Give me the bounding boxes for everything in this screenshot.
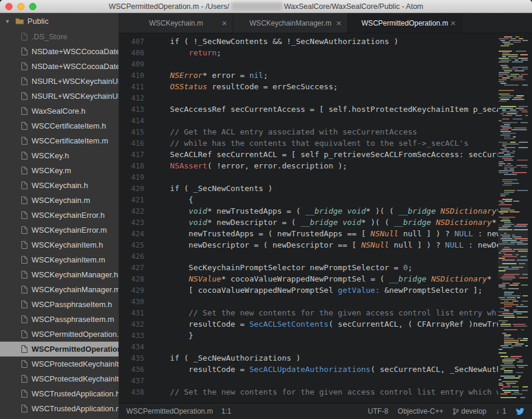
tree-file-item[interactable]: WSCCertificateItem.m bbox=[0, 133, 119, 148]
code-text: newDescriptor = ( newDescriptor == [ NSN… bbox=[144, 240, 501, 249]
code-line[interactable]: 413 SecAccessRef secCurrentAccess = [ se… bbox=[119, 104, 532, 115]
code-line[interactable]: 438 // Set the new contents for the give… bbox=[119, 386, 532, 398]
editor-tab[interactable]: WSCKeychainManager.m× bbox=[234, 13, 348, 33]
line-number: 432 bbox=[119, 319, 144, 330]
status-grammar[interactable]: Objective-C++ bbox=[398, 407, 444, 415]
tree-file-item[interactable]: NSDate+WSCCocoaDate.m bbox=[0, 59, 119, 74]
line-number: 423 bbox=[119, 217, 144, 229]
code-line[interactable]: 433 } bbox=[119, 330, 532, 341]
file-name: WSCKeychainItem.h bbox=[32, 240, 103, 249]
code-line[interactable]: 424 newTrustedApps = ( newTrustedApps ==… bbox=[119, 228, 532, 239]
tree-file-item[interactable]: WSCKeychainItem.h bbox=[0, 237, 119, 252]
file-name: WSCPermittedOperation.h bbox=[32, 330, 119, 339]
code-line[interactable]: 437 bbox=[119, 375, 532, 386]
tree-file-item[interactable]: WaxSealCore.h bbox=[0, 104, 119, 118]
tree-file-item[interactable]: NSURL+WSCKeychainURL.m bbox=[0, 89, 119, 104]
code-line[interactable]: 435 if ( _SecNewAuthorizations ) bbox=[119, 352, 532, 364]
code-line[interactable]: 414 bbox=[119, 115, 532, 126]
line-number: 438 bbox=[119, 387, 144, 398]
commits-behind-count: 1 bbox=[502, 407, 506, 415]
editor-tab[interactable]: WSCKeychain.m× bbox=[119, 13, 234, 33]
code-line[interactable]: 427 SecKeychainPromptSelector newPromptS… bbox=[119, 262, 532, 273]
code-line[interactable]: 421 { bbox=[119, 194, 532, 205]
tree-file-item[interactable]: WSCCertificateItem.h bbox=[0, 118, 119, 133]
minimap[interactable] bbox=[498, 33, 528, 402]
code-line[interactable]: 429 [ cocoaValueWrappedNewPromptSel getV… bbox=[119, 284, 532, 296]
code-line[interactable]: 409 bbox=[119, 58, 532, 70]
close-window-button[interactable] bbox=[5, 3, 13, 10]
code-line[interactable]: 419 bbox=[119, 171, 532, 183]
window-controls bbox=[5, 3, 36, 10]
line-number: 407 bbox=[119, 36, 144, 48]
code-line[interactable]: 430 bbox=[119, 296, 532, 307]
line-number: 421 bbox=[119, 195, 144, 206]
code-line[interactable]: 426 bbox=[119, 251, 532, 262]
code-line[interactable]: 436 resultCode = SecACLUpdateAuthorizati… bbox=[119, 364, 532, 375]
code-area[interactable]: 407 if ( !_SecNewContents && !_SecNewAut… bbox=[119, 36, 532, 398]
code-line[interactable]: 411 OSStatus resultCode = errSecSuccess; bbox=[119, 81, 532, 92]
tab-close-button[interactable]: × bbox=[450, 18, 456, 27]
code-text: NSValue* cocoaValueWrappedNewPromptSel =… bbox=[144, 274, 491, 283]
code-line[interactable]: 407 if ( !_SecNewContents && !_SecNewAut… bbox=[119, 36, 532, 47]
file-name: WSCProtectedKeychainItem.m bbox=[32, 374, 119, 383]
tree-file-item[interactable]: NSURL+WSCKeychainURL.h bbox=[0, 74, 119, 89]
code-line[interactable]: 422 void* newTrustedApps = ( __bridge vo… bbox=[119, 205, 532, 217]
tree-file-item[interactable]: WSCKeychain.h bbox=[0, 178, 119, 193]
code-text: NSError* error = nil; bbox=[144, 71, 268, 80]
minimize-window-button[interactable] bbox=[17, 3, 24, 10]
code-line[interactable]: 432 resultCode = SecACLSetContents( secC… bbox=[119, 318, 532, 330]
tree-file-item[interactable]: WSCKeychainManager.h bbox=[0, 267, 119, 282]
status-cursor-position[interactable]: 1:1 bbox=[221, 407, 231, 415]
code-text: resultCode = SecACLUpdateAuthorizations(… bbox=[144, 365, 506, 374]
zoom-window-button[interactable] bbox=[29, 3, 36, 10]
code-line[interactable]: 423 void* newDescriptor = ( __bridge voi… bbox=[119, 217, 532, 228]
tree-file-item[interactable]: WSCKeychainError.m bbox=[0, 223, 119, 237]
file-icon bbox=[21, 92, 27, 100]
code-text bbox=[144, 252, 151, 261]
code-line[interactable]: 431 // Set the new contents for the give… bbox=[119, 307, 532, 318]
tree-root-folder[interactable]: ▾ Public bbox=[0, 13, 119, 29]
editor-tab[interactable]: WSCPermittedOperation.m× bbox=[348, 13, 462, 33]
tree-file-item[interactable]: WSCKeychainError.h bbox=[0, 208, 119, 223]
file-icon bbox=[21, 48, 27, 55]
code-line[interactable]: 410 NSError* error = nil; bbox=[119, 70, 532, 81]
code-line[interactable]: 418 NSAssert( !error, error.description … bbox=[119, 160, 532, 171]
root-folder-label: Public bbox=[27, 17, 48, 26]
line-number: 415 bbox=[119, 127, 144, 138]
tree-file-item[interactable]: WSCProtectedKeychainItem.m bbox=[0, 371, 119, 386]
tree-file-item[interactable]: NSDate+WSCCocoaDate.h bbox=[0, 44, 119, 59]
editor-pane[interactable]: 407 if ( !_SecNewContents && !_SecNewAut… bbox=[119, 33, 532, 403]
file-icon bbox=[21, 286, 27, 293]
tree-file-item[interactable]: WSCPermittedOperation.m bbox=[0, 342, 119, 357]
code-line[interactable]: 416 // while has the contents that equiv… bbox=[119, 137, 532, 149]
code-line[interactable]: 417 SecACLRef secCurrentACL = [ self p_r… bbox=[119, 149, 532, 160]
tree-file-item[interactable]: WSCProtectedKeychainItem.h bbox=[0, 357, 119, 371]
code-line[interactable]: 420 if ( _SecNewContents ) bbox=[119, 183, 532, 194]
tree-file-item[interactable]: WSCKeychain.m bbox=[0, 193, 119, 208]
tab-close-button[interactable]: × bbox=[336, 18, 341, 27]
status-git-branch[interactable]: develop bbox=[453, 407, 486, 415]
code-line[interactable]: 412 bbox=[119, 92, 532, 104]
code-line[interactable]: 428 NSValue* cocoaValueWrappedNewPromptS… bbox=[119, 273, 532, 284]
line-number: 434 bbox=[119, 342, 144, 353]
code-line[interactable]: 425 newDescriptor = ( newDescriptor == [… bbox=[119, 239, 532, 251]
code-line[interactable]: 434 bbox=[119, 341, 532, 352]
tree-file-item[interactable]: WSCKeychainManager.m bbox=[0, 282, 119, 297]
tab-close-button[interactable]: × bbox=[222, 18, 227, 27]
status-encoding[interactable]: UTF-8 bbox=[368, 407, 388, 415]
status-commits-behind[interactable]: ↓1 bbox=[496, 407, 506, 415]
tree-file-item[interactable]: WSCKeychainItem.m bbox=[0, 252, 119, 267]
tree-file-item[interactable]: WSCPassphraseItem.h bbox=[0, 297, 119, 312]
tree-file-item[interactable]: WSCPassphraseItem.m bbox=[0, 312, 119, 327]
arrow-down-icon: ↓ bbox=[496, 407, 499, 415]
tree-file-item[interactable]: .DS_Store bbox=[0, 29, 119, 44]
tree-file-item[interactable]: WSCTrustedApplication.m bbox=[0, 401, 119, 416]
code-line[interactable]: 415 // Get the ACL entry associated with… bbox=[119, 126, 532, 137]
tree-file-item[interactable]: WSCTrustedApplication.h bbox=[0, 386, 119, 401]
bird-icon[interactable] bbox=[516, 408, 525, 415]
tree-file-item[interactable]: WSCKey.m bbox=[0, 163, 119, 178]
tree-file-item[interactable]: WSCKey.h bbox=[0, 148, 119, 163]
tree-file-item[interactable]: WSCPermittedOperation.h bbox=[0, 327, 119, 342]
line-number: 427 bbox=[119, 262, 144, 274]
code-line[interactable]: 408 return; bbox=[119, 47, 532, 58]
